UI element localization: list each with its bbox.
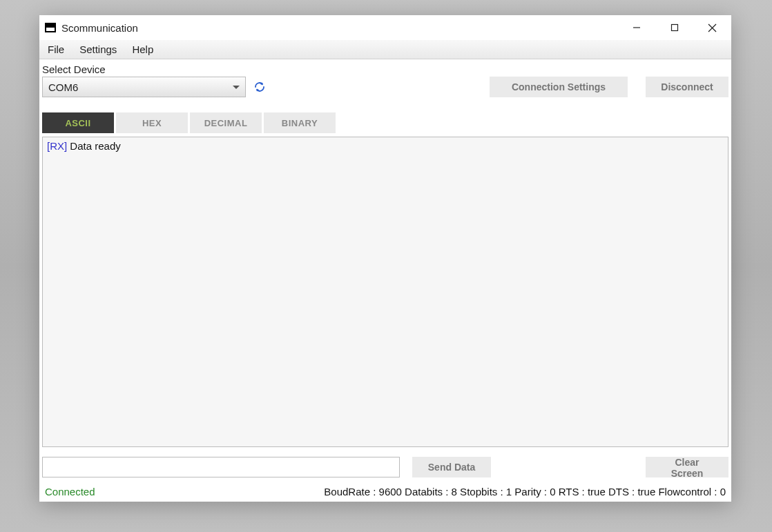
device-row: COM6 Connection Settings Disconnect bbox=[42, 77, 728, 97]
desktop-background: Scommunication File Settings Help Select… bbox=[0, 0, 772, 532]
maximize-button[interactable] bbox=[655, 15, 693, 40]
format-tabs: ASCII HEX DECIMAL BINARY bbox=[42, 112, 728, 133]
select-device-label: Select Device bbox=[42, 62, 728, 77]
tab-decimal[interactable]: DECIMAL bbox=[190, 112, 262, 133]
send-input[interactable] bbox=[42, 457, 400, 477]
window-title: Scommunication bbox=[61, 22, 138, 34]
tab-hex[interactable]: HEX bbox=[116, 112, 188, 133]
content-area: Select Device COM6 Connection Settings bbox=[39, 59, 731, 502]
send-data-button[interactable]: Send Data bbox=[412, 457, 491, 477]
terminal-prefix: [RX] bbox=[47, 140, 67, 152]
terminal-line: [RX] Data ready bbox=[47, 140, 724, 152]
tab-binary[interactable]: BINARY bbox=[264, 112, 336, 133]
status-details: BoudRate : 9600 Databits : 8 Stopbits : … bbox=[324, 486, 726, 497]
maximize-icon bbox=[670, 23, 679, 32]
app-icon bbox=[45, 23, 56, 32]
terminal-output[interactable]: [RX] Data ready bbox=[42, 137, 728, 447]
status-connected: Connected bbox=[45, 486, 95, 497]
terminal-text: Data ready bbox=[67, 140, 121, 152]
status-bar: Connected BoudRate : 9600 Databits : 8 S… bbox=[42, 483, 728, 502]
send-row: Send Data Clear Screen bbox=[42, 457, 728, 477]
device-select[interactable]: COM6 bbox=[42, 77, 246, 97]
menu-help[interactable]: Help bbox=[132, 43, 153, 55]
chevron-down-icon bbox=[233, 86, 240, 89]
svg-rect-1 bbox=[671, 25, 677, 31]
close-button[interactable] bbox=[693, 15, 731, 40]
minimize-icon bbox=[633, 23, 641, 32]
tab-ascii[interactable]: ASCII bbox=[42, 112, 114, 133]
app-window: Scommunication File Settings Help Select… bbox=[39, 15, 731, 502]
disconnect-button[interactable]: Disconnect bbox=[646, 77, 728, 97]
clear-screen-button[interactable]: Clear Screen bbox=[646, 457, 728, 477]
device-select-value: COM6 bbox=[48, 81, 78, 93]
title-bar: Scommunication bbox=[39, 15, 731, 40]
refresh-button[interactable] bbox=[253, 80, 267, 94]
window-controls bbox=[617, 15, 731, 40]
close-icon bbox=[708, 23, 717, 32]
minimize-button[interactable] bbox=[617, 15, 655, 40]
refresh-icon bbox=[253, 81, 266, 93]
menu-settings[interactable]: Settings bbox=[79, 43, 117, 55]
menu-bar: File Settings Help bbox=[39, 40, 731, 59]
connection-settings-button[interactable]: Connection Settings bbox=[490, 77, 628, 97]
menu-file[interactable]: File bbox=[48, 43, 64, 55]
